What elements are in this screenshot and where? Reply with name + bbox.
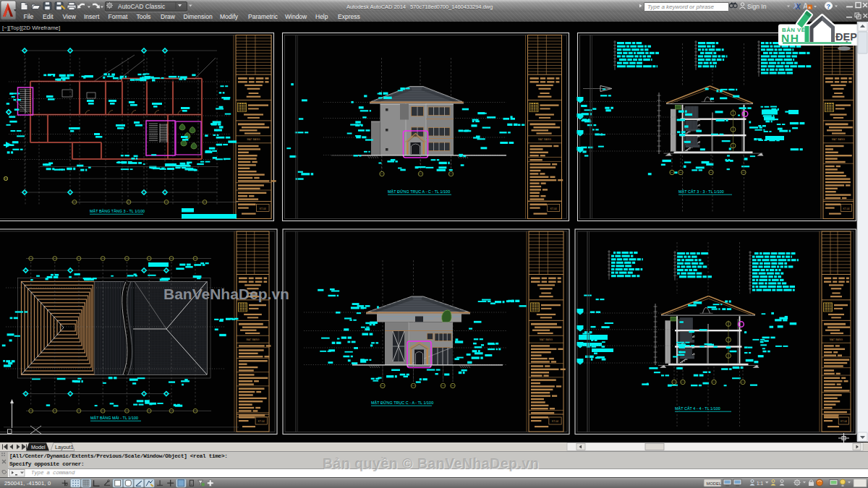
svg-text:?: ?	[827, 3, 831, 10]
svg-text:Model: Model	[31, 444, 46, 450]
svg-text:X: X	[795, 3, 801, 11]
svg-text:1:1: 1:1	[757, 481, 763, 486]
svg-text:ĐẸP: ĐẸP	[835, 31, 857, 43]
svg-text:Layout1: Layout1	[55, 444, 74, 450]
svg-text:MODEL: MODEL	[707, 481, 722, 486]
svg-text:NH: NH	[781, 32, 799, 44]
